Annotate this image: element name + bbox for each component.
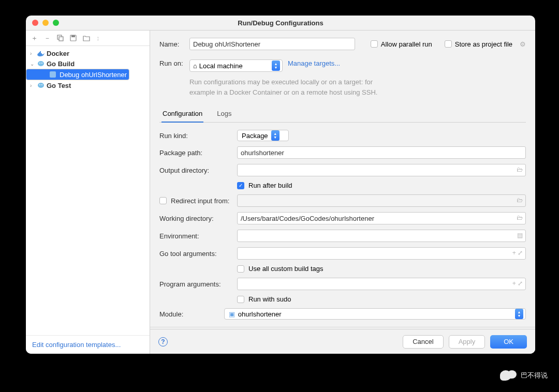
svg-point-9 — [41, 84, 42, 85]
run-kind-label: Run kind: — [159, 132, 232, 140]
program-args-label: Program arguments: — [159, 280, 232, 288]
output-dir-label: Output directory: — [159, 167, 232, 174]
dialog-window: Run/Debug Configurations ＋ － ↕ › Docker … — [26, 16, 535, 354]
home-icon: ⌂ — [193, 62, 197, 70]
svg-point-8 — [39, 84, 40, 85]
window-title: Run/Debug Configurations — [26, 19, 535, 27]
close-icon[interactable] — [32, 20, 38, 26]
maximize-icon[interactable] — [53, 20, 59, 26]
tab-configuration[interactable]: Configuration — [161, 105, 203, 123]
module-icon: ▣ — [229, 310, 235, 318]
minimize-icon[interactable] — [42, 20, 49, 26]
watermark: 巴不得说 — [500, 370, 548, 381]
tree-node-debug-config[interactable]: Debug ohUrlShortener — [26, 69, 129, 80]
config-form: Run kind: Package ▲▼ Package path: Outpu… — [159, 130, 526, 320]
wechat-icon — [500, 370, 517, 381]
module-label: Module: — [159, 310, 219, 318]
environment-label: Environment: — [159, 232, 232, 240]
sort-icon[interactable]: ↕ — [96, 34, 100, 42]
svg-point-6 — [41, 63, 42, 64]
window-controls — [32, 20, 59, 26]
name-row: Name: Allow parallel run Store as projec… — [159, 38, 526, 50]
manage-targets-link[interactable]: Manage targets... — [288, 59, 340, 67]
go-icon — [37, 82, 45, 89]
redirect-input-checkbox[interactable]: Redirect input from: — [159, 197, 232, 205]
tree-node-gobuild[interactable]: ⌄ Go Build — [26, 58, 150, 69]
edit-templates-link[interactable]: Edit configuration templates... — [26, 335, 150, 354]
go-tool-args-label: Go tool arguments: — [159, 250, 232, 258]
tabs: Configuration Logs — [159, 105, 526, 123]
copy-icon[interactable] — [57, 35, 64, 41]
titlebar: Run/Debug Configurations — [26, 16, 535, 30]
sidebar-toolbar: ＋ － ↕ — [26, 31, 150, 46]
ok-button[interactable]: OK — [490, 335, 527, 349]
run-after-build-checkbox[interactable]: ✓Run after build — [237, 182, 292, 189]
tree-label: Go Test — [47, 82, 71, 89]
svg-point-5 — [39, 63, 40, 64]
custom-tags-checkbox[interactable]: Use all custom build tags — [237, 265, 323, 273]
add-icon[interactable]: ＋ — [31, 34, 38, 43]
tab-logs[interactable]: Logs — [216, 105, 232, 122]
chevron-updown-icon: ▲▼ — [271, 130, 280, 141]
chevron-updown-icon: ▲▼ — [272, 61, 280, 71]
run-with-sudo-checkbox[interactable]: Run with sudo — [237, 295, 291, 303]
go-tool-args-input[interactable] — [237, 247, 526, 260]
remove-icon[interactable]: － — [44, 34, 51, 43]
folder-icon[interactable] — [83, 35, 90, 41]
run-on-hint: Run configurations may be executed local… — [189, 77, 526, 97]
apply-button[interactable]: Apply — [449, 335, 486, 349]
run-on-value: Local machine — [199, 62, 243, 70]
name-input[interactable] — [189, 38, 355, 50]
module-select[interactable]: ▣ ohurlshortener ▲▼ — [224, 308, 526, 320]
run-on-label: Run on: — [159, 59, 184, 67]
separator — [150, 327, 535, 327]
working-dir-label: Working directory: — [159, 215, 232, 222]
run-config-icon — [49, 71, 56, 78]
output-dir-input[interactable] — [237, 164, 526, 176]
svg-rect-3 — [71, 35, 75, 37]
save-icon[interactable] — [70, 35, 77, 41]
allow-parallel-checkbox[interactable]: Allow parallel run — [371, 40, 432, 48]
cancel-button[interactable]: Cancel — [403, 335, 443, 349]
tree-label: Go Build — [47, 60, 75, 68]
help-icon[interactable]: ? — [158, 337, 168, 346]
store-as-file-checkbox[interactable]: Store as project file — [445, 40, 512, 48]
svg-point-7 — [38, 83, 44, 88]
tree-label: Docker — [47, 50, 69, 57]
working-dir-input[interactable] — [237, 212, 526, 224]
run-kind-select[interactable]: Package ▲▼ — [237, 130, 289, 141]
package-path-label: Package path: — [159, 149, 232, 157]
redirect-input-field — [237, 194, 526, 207]
dialog-footer: ? Cancel Apply OK — [150, 329, 535, 354]
svg-point-4 — [38, 61, 44, 66]
sidebar: ＋ － ↕ › Docker ⌄ Go Build — [26, 31, 150, 354]
svg-rect-1 — [59, 37, 63, 41]
main-panel: Name: Allow parallel run Store as projec… — [150, 31, 535, 354]
program-args-input[interactable] — [237, 278, 526, 290]
gear-icon[interactable]: ⚙ — [520, 40, 526, 48]
dialog-body: ＋ － ↕ › Docker ⌄ Go Build — [26, 30, 535, 354]
docker-icon — [37, 50, 45, 57]
config-tree: › Docker ⌄ Go Build Debug ohUrlShortener… — [26, 46, 150, 335]
tree-node-gotest[interactable]: › Go Test — [26, 80, 150, 91]
run-on-row: Run on: ⌂ Local machine ▲▼ Manage target… — [159, 59, 526, 72]
content-area: Name: Allow parallel run Store as projec… — [150, 31, 535, 329]
tree-node-docker[interactable]: › Docker — [26, 48, 150, 58]
package-path-input[interactable] — [237, 146, 526, 159]
run-on-select[interactable]: ⌂ Local machine ▲▼ — [189, 59, 283, 72]
tree-label: Debug ohUrlShortener — [60, 71, 127, 79]
name-label: Name: — [159, 40, 184, 48]
go-icon — [37, 60, 45, 67]
chevron-updown-icon: ▲▼ — [515, 309, 523, 319]
environment-input[interactable] — [237, 230, 526, 242]
